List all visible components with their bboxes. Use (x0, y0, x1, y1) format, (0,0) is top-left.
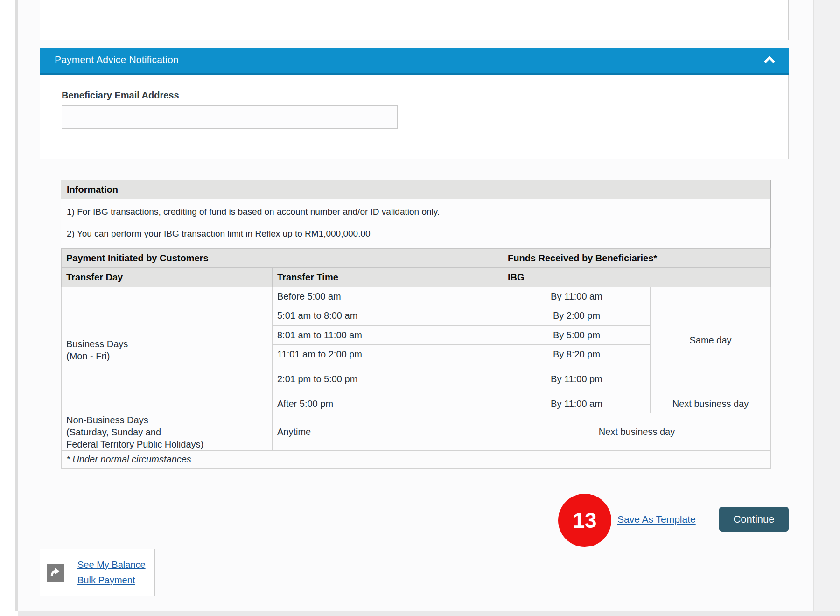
table-row: Business Days (Mon - Fri) Before 5:00 am… (62, 287, 771, 306)
chevron-up-icon[interactable] (763, 56, 776, 63)
information-table: Information 1) For IBG transactions, cre… (61, 180, 771, 469)
transfer-time-cell: Before 5:00 am (273, 287, 503, 306)
transfer-time-cell: 8:01 am to 11:00 am (273, 326, 503, 345)
col-header-ibg: IBG (503, 268, 771, 287)
transfer-time-cell: After 5:00 pm (273, 394, 503, 413)
step-number: 13 (573, 508, 596, 533)
scrollbar-track[interactable] (813, 0, 840, 611)
payment-advice-panel-body: Beneficiary Email Address (40, 75, 789, 159)
previous-section-panel-bottom (40, 0, 789, 40)
info-note-1: 1) For IBG transactions, crediting of fu… (67, 199, 770, 217)
step-annotation-badge: 13 (558, 494, 611, 547)
information-header: Information (61, 180, 770, 199)
received-day-cell: Next business day (651, 394, 771, 413)
see-my-balance-link[interactable]: See My Balance (77, 560, 154, 570)
ibg-time-cell: By 2:00 pm (503, 306, 651, 326)
ibg-time-cell: By 11:00 am (503, 394, 651, 413)
payment-advice-panel-header[interactable]: Payment Advice Notification (40, 48, 789, 75)
info-note-2: 2) You can perform your IBG transaction … (67, 217, 770, 239)
same-day-cell: Same day (651, 287, 771, 394)
col-header-transfer-time: Transfer Time (273, 268, 503, 287)
ibg-time-cell: By 5:00 pm (503, 326, 651, 345)
transfer-time-cell: 11:01 am to 2:00 pm (273, 345, 503, 364)
transfer-time-cell: Anytime (273, 413, 503, 451)
save-as-template-link[interactable]: Save As Template (617, 514, 696, 525)
quick-links-box: See My Balance Bulk Payment (40, 549, 155, 596)
bulk-payment-link[interactable]: Bulk Payment (77, 575, 154, 586)
quick-links-icon-cell (40, 549, 70, 596)
table-row: Non-Business Days (Saturday, Sunday and … (62, 413, 771, 451)
schedule-footnote: * Under normal circumstances (62, 451, 771, 469)
redo-arrow-icon (47, 564, 64, 582)
transfer-time-cell: 5:01 am to 8:00 am (273, 306, 503, 326)
transfer-schedule-table: Payment Initiated by Customers Funds Rec… (61, 248, 771, 469)
non-business-days-cell: Non-Business Days (Saturday, Sunday and … (62, 413, 273, 451)
beneficiary-email-input[interactable] (62, 105, 398, 129)
footnote-row: * Under normal circumstances (62, 451, 771, 469)
panel-title: Payment Advice Notification (55, 54, 179, 65)
ibg-time-cell: By 11:00 am (503, 287, 651, 306)
header-payment-initiated: Payment Initiated by Customers (62, 249, 503, 268)
information-notes: 1) For IBG transactions, crediting of fu… (61, 199, 770, 248)
ibg-time-cell: By 8:20 pm (503, 345, 651, 364)
received-day-cell: Next business day (503, 413, 771, 451)
header-funds-received: Funds Received by Beneficiaries* (503, 249, 771, 268)
business-days-cell: Business Days (Mon - Fri) (62, 287, 273, 413)
content-left-divider (15, 0, 18, 611)
ibg-time-cell: By 11:00 pm (503, 364, 651, 394)
beneficiary-email-label: Beneficiary Email Address (62, 90, 179, 101)
continue-button[interactable]: Continue (719, 507, 789, 532)
col-header-transfer-day: Transfer Day (62, 268, 273, 287)
page-bottom-edge (18, 611, 840, 616)
transfer-time-cell: 2:01 pm to 5:00 pm (273, 364, 503, 394)
